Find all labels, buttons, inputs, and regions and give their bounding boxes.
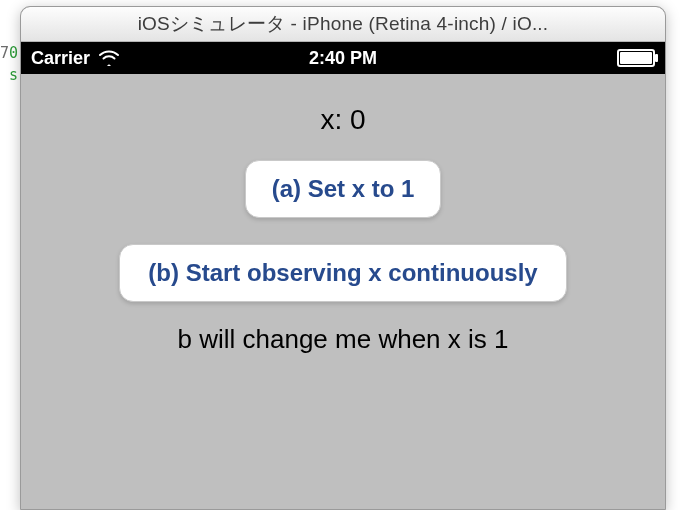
carrier-label: Carrier	[31, 48, 90, 69]
window-titlebar[interactable]: iOSシミュレータ - iPhone (Retina 4-inch) / iO.…	[21, 7, 665, 42]
code-gutter: 70 s	[0, 42, 18, 86]
status-right	[617, 49, 655, 67]
app-content: x: 0 (a) Set x to 1 (b) Start observing …	[21, 74, 665, 355]
window-title: iOSシミュレータ - iPhone (Retina 4-inch) / iO.…	[138, 11, 549, 37]
hint-label: b will change me when x is 1	[178, 324, 509, 355]
wifi-icon	[98, 50, 120, 66]
simulator-window: iOSシミュレータ - iPhone (Retina 4-inch) / iO.…	[20, 6, 666, 510]
x-value-label: x: 0	[320, 104, 365, 136]
battery-icon	[617, 49, 655, 67]
status-left: Carrier	[31, 48, 120, 69]
set-x-button[interactable]: (a) Set x to 1	[245, 160, 442, 218]
observe-x-button[interactable]: (b) Start observing x continuously	[119, 244, 566, 302]
phone-status-bar: Carrier 2:40 PM	[21, 42, 665, 74]
status-time: 2:40 PM	[309, 48, 377, 69]
